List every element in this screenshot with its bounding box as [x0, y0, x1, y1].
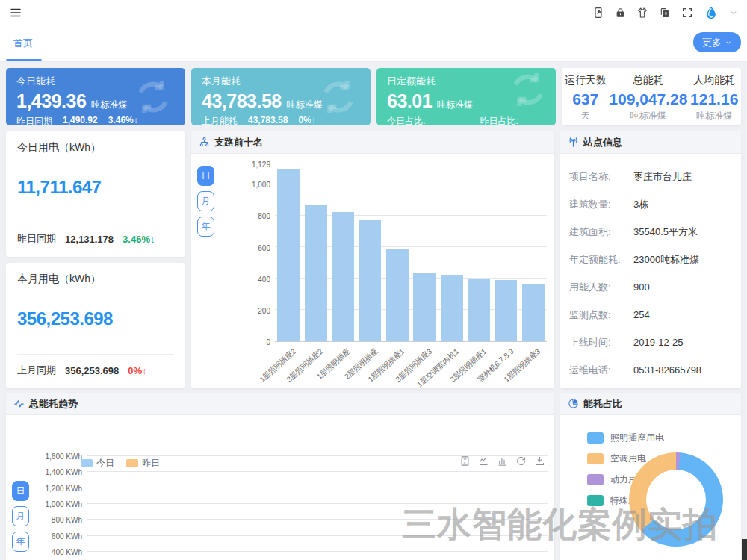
- quota-energy-card: 日定额能耗 63.01吨标准煤 今日占比: 2,284.2% 昨日占比: 2,3…: [376, 68, 556, 125]
- legend-swatch: [587, 495, 604, 506]
- branch-bar[interactable]: [305, 205, 327, 341]
- y-tick-label: 200: [258, 306, 270, 314]
- more-button-label: 更多: [702, 36, 722, 49]
- elec-sub-value: 356,253.698: [65, 365, 119, 376]
- menu-toggle[interactable]: [9, 6, 22, 19]
- branch-bar[interactable]: [522, 284, 545, 341]
- y-tick-label: 1,000 KWh: [46, 500, 82, 508]
- fullscreen-icon[interactable]: [681, 7, 693, 19]
- copy-icon[interactable]: [659, 7, 671, 19]
- panel-title: 支路前十名: [214, 136, 263, 149]
- branch-bar[interactable]: [413, 273, 436, 341]
- card-sub-label: 上月能耗: [202, 115, 238, 125]
- x-axis-label: 1层照明插座3: [520, 342, 547, 388]
- legend-label: 空调用电: [610, 452, 646, 465]
- card-sub1-label: 今日占比:: [387, 116, 425, 125]
- site-info-value: 2019-12-25: [633, 337, 684, 348]
- branch-bar[interactable]: [359, 220, 381, 341]
- period-button-1[interactable]: 月: [197, 191, 214, 211]
- branch-bar[interactable]: [441, 275, 463, 341]
- period-button-2[interactable]: 年: [12, 532, 29, 552]
- chevron-down-icon[interactable]: [729, 8, 738, 17]
- stat-per-capita: 人均能耗 121.16 吨标准煤: [690, 74, 738, 122]
- elec-sub-label: 上月同期: [17, 364, 56, 377]
- site-info-row: 监测点数:254: [569, 301, 732, 329]
- period-button-0[interactable]: 日: [197, 166, 214, 186]
- stat-value: 637: [565, 90, 607, 108]
- y-tick-label: 1,129: [252, 161, 270, 169]
- stat-label: 运行天数: [565, 74, 607, 87]
- y-tick-label: 400: [258, 275, 270, 283]
- card-value: 63.01: [387, 90, 432, 112]
- theme-icon[interactable]: [636, 7, 648, 19]
- elec-title: 本月用电（kWh）: [17, 273, 174, 286]
- site-info-label: 用能人数:: [569, 281, 633, 294]
- energy-trend-panel: 总能耗趋势 今日昨日 日月年 0 KWh200 KWh400 KWh600 KW…: [6, 393, 554, 560]
- site-info-value: 0531-82665798: [633, 364, 701, 376]
- site-info-row: 年定额能耗:23000吨标准煤: [569, 246, 732, 273]
- elec-value: 356,253.698: [17, 308, 174, 329]
- branch-chart-plot: [275, 164, 547, 342]
- legend-label: 照明插座用电: [610, 432, 664, 444]
- branch-bar[interactable]: [495, 280, 517, 341]
- site-info-list: 项目名称:枣庄市台儿庄建筑数量:3栋建筑面积:35540.5平方米年定额能耗:2…: [560, 154, 741, 384]
- energy-share-donut[interactable]: [629, 452, 723, 547]
- elec-sub-value: 12,131.178: [65, 234, 114, 245]
- trend-chart-plot: [87, 448, 548, 560]
- more-button[interactable]: 更多: [693, 32, 741, 52]
- scrollbar-thumb[interactable]: [742, 539, 747, 560]
- site-info-label: 上线时间:: [569, 336, 633, 349]
- period-button-0[interactable]: 日: [12, 481, 29, 501]
- y-tick-label: 400 KWh: [52, 548, 82, 556]
- site-info-value: 254: [633, 309, 650, 320]
- month-electricity-card: 本月用电（kWh） 356,253.698 上月同期356,253.6980%↑: [6, 263, 185, 388]
- today-electricity-card: 今日用电（kWh） 11,711.647 昨日同期12,131.1783.46%…: [6, 131, 185, 257]
- month-energy-card: 本月能耗 43,783.58吨标准煤 上月能耗43,783.580%↑: [191, 68, 371, 125]
- y-tick-label: 1,200 KWh: [46, 484, 82, 492]
- site-info-row: 用能人数:900: [569, 273, 732, 301]
- branch-bar[interactable]: [468, 279, 490, 341]
- site-info-label: 年定额能耗:: [569, 253, 633, 267]
- recycle-icon: [505, 68, 551, 113]
- branch-bar[interactable]: [277, 169, 300, 341]
- today-energy-card: 今日能耗 1,439.36吨标准煤 昨日同期1,490.923.46%↓: [6, 68, 185, 125]
- elec-pct: 3.46%↓: [123, 234, 155, 245]
- stat-total-energy: 总能耗 109,047.28 吨标准煤: [609, 74, 687, 122]
- hamburger-icon: [9, 6, 22, 19]
- site-info-label: 项目名称:: [569, 170, 633, 184]
- maintenance-icon[interactable]: [592, 7, 604, 19]
- top-navbar: [0, 0, 747, 25]
- site-info-row: 建筑面积:35540.5平方米: [569, 218, 732, 246]
- site-info-value: 35540.5平方米: [633, 225, 698, 239]
- site-info-row: 建筑数量:3栋: [569, 190, 732, 218]
- tab-home[interactable]: 首页: [13, 25, 33, 61]
- site-info-row: 运维电话:0531-82665798: [569, 356, 732, 384]
- legend-swatch: [587, 453, 604, 464]
- branch-bar[interactable]: [332, 212, 354, 341]
- site-info-label: 监测点数:: [569, 308, 633, 322]
- period-button-1[interactable]: 月: [12, 506, 29, 526]
- period-button-2[interactable]: 年: [197, 217, 214, 237]
- branch-bar[interactable]: [386, 249, 409, 341]
- tab-bar: 首页 更多: [0, 25, 747, 62]
- chevron-down-icon: [725, 39, 732, 46]
- lock-icon[interactable]: [615, 7, 626, 19]
- site-info-label: 建筑面积:: [569, 225, 633, 239]
- stat-unit: 吨标准煤: [609, 110, 687, 122]
- site-info-value: 枣庄市台儿庄: [633, 170, 692, 184]
- card-sub2-label: 昨日占比:: [480, 116, 518, 125]
- y-tick-label: 800 KWh: [52, 516, 82, 524]
- panel-header: 总能耗趋势: [6, 393, 554, 415]
- card-sub1: 今日占比: 2,284.2%: [387, 115, 448, 125]
- panel-title: 站点信息: [583, 136, 622, 149]
- recycle-icon: [130, 74, 176, 120]
- brand-logo[interactable]: [704, 5, 719, 20]
- panel-header: 站点信息: [560, 131, 741, 154]
- legend-item[interactable]: 照明插座用电: [587, 427, 664, 448]
- card-value: 43,783.58: [202, 90, 282, 112]
- site-info-value: 23000吨标准煤: [633, 253, 699, 267]
- elec-sub-label: 昨日同期: [17, 232, 56, 246]
- elec-title: 今日用电（kWh）: [17, 141, 174, 155]
- branch-y-axis: 02004006008001,0001,129: [242, 164, 275, 342]
- pie-chart-icon: [568, 398, 579, 409]
